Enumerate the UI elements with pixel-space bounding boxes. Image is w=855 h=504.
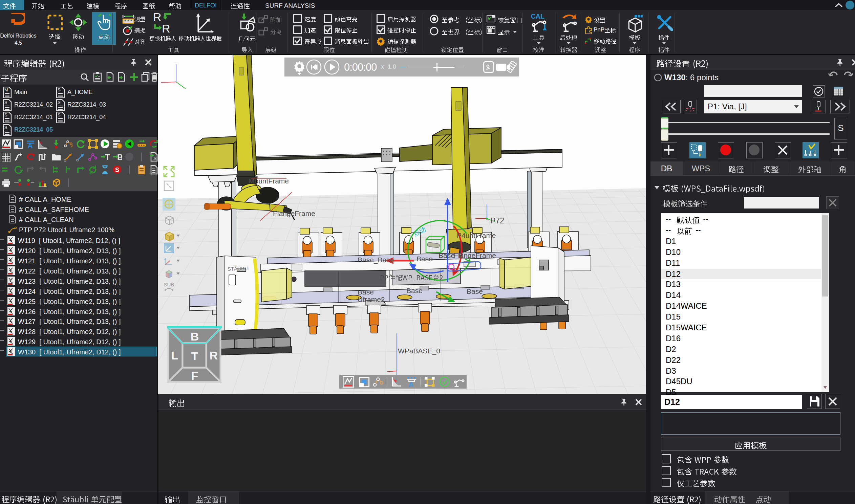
svg-text:Uframe2: Uframe2: [358, 295, 385, 303]
svg-text:A: A: [408, 380, 413, 388]
svg-text:MountFrame: MountFrame: [249, 177, 289, 185]
svg-text:B: B: [117, 152, 122, 162]
svg-text:Base: Base: [467, 287, 483, 295]
svg-text:S: S: [4, 112, 7, 118]
svg-text:S: S: [57, 87, 60, 92]
svg-text:S: S: [4, 100, 7, 105]
svg-text:Base: Base: [406, 287, 423, 294]
svg-text:S: S: [115, 166, 119, 173]
svg-text:FlangeFrame: FlangeFrame: [454, 252, 496, 259]
svg-text:T: T: [191, 350, 198, 362]
svg-text:S: S: [4, 125, 7, 130]
svg-text:F: F: [191, 369, 198, 382]
svg-text:T: T: [105, 152, 110, 162]
svg-text:S: S: [57, 100, 60, 105]
svg-text:A: A: [28, 142, 33, 149]
svg-text:STÄUBLI: STÄUBLI: [228, 265, 249, 272]
svg-text:L: L: [171, 349, 178, 362]
svg-text:CAL: CAL: [531, 14, 545, 20]
svg-text:R: R: [153, 12, 161, 23]
svg-text:P72: P72: [490, 216, 504, 225]
svg-text:WPaBASE_0: WPaBASE_0: [398, 347, 440, 355]
svg-text:R: R: [162, 22, 170, 33]
svg-text:R: R: [210, 349, 218, 362]
svg-text:S: S: [57, 112, 60, 118]
svg-text:B: B: [191, 330, 199, 343]
svg-text:Base_Base: Base_Base: [358, 256, 394, 264]
svg-text:P4untFrame: P4untFrame: [457, 232, 496, 239]
svg-text:FlangeFrame: FlangeFrame: [273, 210, 315, 217]
svg-text:Base: Base: [416, 255, 433, 263]
svg-text:Base: Base: [358, 288, 374, 296]
svg-text:M: M: [4, 87, 8, 92]
svg-text:S: S: [154, 156, 157, 161]
